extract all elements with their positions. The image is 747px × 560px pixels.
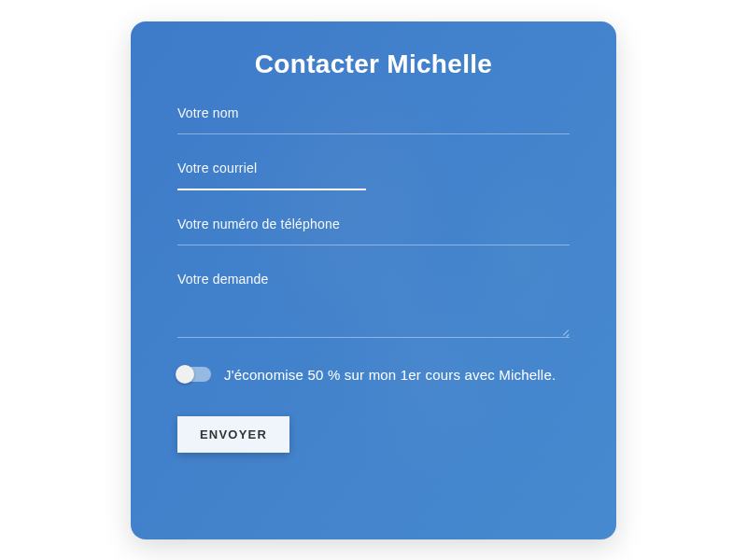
message-field-label: Votre demande [177,272,570,287]
name-field-container: Votre nom [177,105,570,134]
toggle-thumb [176,365,194,384]
message-field-container: Votre demande [177,272,570,338]
contact-form-card: Contacter Michelle Votre nom Votre courr… [131,21,616,539]
submit-button[interactable]: ENVOYER [177,416,289,453]
discount-toggle-label: J'économise 50 % sur mon 1er cours avec … [224,364,556,386]
discount-toggle[interactable] [177,367,211,382]
resize-handle-icon[interactable] [560,327,570,336]
phone-field-container: Votre numéro de téléphone [177,217,570,245]
email-field-container: Votre courriel [177,161,570,190]
form-title: Contacter Michelle [177,49,570,79]
discount-toggle-row: J'économise 50 % sur mon 1er cours avec … [177,364,570,386]
